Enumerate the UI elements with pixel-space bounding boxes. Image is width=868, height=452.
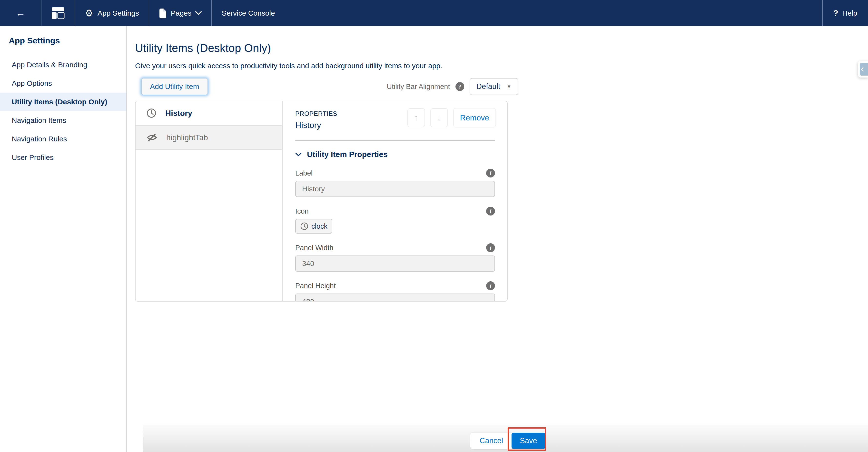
info-icon[interactable]: ? bbox=[456, 82, 464, 91]
back-arrow-icon: ← bbox=[10, 7, 31, 19]
utility-item-label: History bbox=[165, 109, 192, 118]
utility-bar-alignment-group: Utility Bar Alignment ? Default ▼ bbox=[387, 78, 518, 95]
info-icon[interactable]: i bbox=[486, 243, 495, 252]
icon-picker-chip[interactable]: clock bbox=[295, 219, 332, 233]
nav-tab-pages[interactable]: Pages bbox=[149, 0, 212, 26]
add-utility-item-button[interactable]: Add Utility Item bbox=[141, 78, 208, 95]
utility-item-row-highlighttab[interactable]: highlightTab bbox=[135, 126, 282, 150]
section-title: Utility Item Properties bbox=[307, 150, 388, 159]
label-field-row: Label i bbox=[295, 169, 495, 177]
properties-divider bbox=[295, 140, 495, 141]
utility-item-list: History highlightTab bbox=[135, 101, 283, 301]
utility-item-properties-section-toggle[interactable]: Utility Item Properties bbox=[295, 150, 495, 159]
panel-height-label: Panel Height bbox=[295, 282, 336, 290]
properties-panel: PROPERTIES History ↑ ↓ Remove bbox=[283, 101, 507, 301]
alignment-dropdown-value: Default bbox=[476, 82, 500, 91]
sidebar-item-navigation-items[interactable]: Navigation Items bbox=[0, 111, 126, 130]
chevron-down-icon bbox=[295, 153, 302, 157]
chevron-down-icon bbox=[195, 11, 202, 15]
nav-app-settings-label: App Settings bbox=[97, 9, 139, 17]
info-icon[interactable]: i bbox=[486, 207, 495, 216]
cancel-button[interactable]: Cancel bbox=[470, 433, 513, 449]
move-up-button[interactable]: ↑ bbox=[407, 108, 425, 127]
layout-icon bbox=[51, 7, 65, 20]
sidebar-item-utility-items[interactable]: Utility Items (Desktop Only) bbox=[0, 93, 126, 111]
page-subtitle: Give your users quick access to producti… bbox=[135, 62, 442, 70]
eye-slash-icon bbox=[146, 133, 157, 142]
sidebar-item-app-options[interactable]: App Options bbox=[0, 74, 126, 93]
page-title: Utility Items (Desktop Only) bbox=[135, 41, 271, 55]
save-button[interactable]: Save bbox=[512, 433, 546, 449]
icon-field-row: Icon i bbox=[295, 207, 495, 216]
move-down-button[interactable]: ↓ bbox=[430, 108, 448, 127]
back-button[interactable]: ← bbox=[0, 0, 41, 26]
app-builder-screen: ← ⚙ App Settings Pages Service Console bbox=[0, 0, 868, 452]
utility-item-label: highlightTab bbox=[166, 133, 208, 142]
remove-button[interactable]: Remove bbox=[453, 108, 496, 128]
nav-tab-app-settings[interactable]: ⚙ App Settings bbox=[75, 0, 149, 26]
settings-sidebar: App Settings App Details & Branding App … bbox=[0, 26, 127, 452]
sidebar-item-navigation-rules[interactable]: Navigation Rules bbox=[0, 130, 126, 148]
label-input[interactable] bbox=[295, 181, 495, 197]
app-name: Service Console bbox=[212, 0, 284, 26]
sidebar-heading: App Settings bbox=[0, 26, 126, 56]
utility-items-card: History highlightTab PROPERTIES History … bbox=[135, 101, 508, 301]
question-mark-icon: ? bbox=[833, 8, 838, 18]
icon-field-label: Icon bbox=[295, 207, 309, 215]
clock-icon bbox=[146, 108, 157, 118]
arrow-down-icon: ↓ bbox=[437, 112, 441, 123]
label-field-label: Label bbox=[295, 169, 313, 177]
sidebar-item-user-profiles[interactable]: User Profiles bbox=[0, 148, 126, 167]
panel-width-label: Panel Width bbox=[295, 244, 333, 252]
alignment-dropdown[interactable]: Default ▼ bbox=[470, 78, 518, 95]
arrow-up-icon: ↑ bbox=[414, 112, 418, 123]
sidebar-item-app-details-branding[interactable]: App Details & Branding bbox=[0, 56, 126, 74]
chevron-left-icon: ‹ bbox=[860, 63, 868, 75]
collapse-panel-button[interactable]: ‹ bbox=[858, 61, 868, 77]
panel-height-field-row: Panel Height i bbox=[295, 281, 495, 290]
properties-actions: ↑ ↓ Remove bbox=[407, 108, 496, 128]
panel-width-field-row: Panel Width i bbox=[295, 243, 495, 252]
help-label: Help bbox=[842, 9, 857, 17]
page-icon bbox=[159, 8, 167, 18]
info-icon[interactable]: i bbox=[486, 169, 495, 177]
main-content: Utility Items (Desktop Only) Give your u… bbox=[127, 26, 868, 452]
footer-action-bar: Cancel Save bbox=[143, 425, 868, 452]
utility-bar-alignment-label: Utility Bar Alignment bbox=[387, 83, 450, 91]
utility-item-row-history[interactable]: History bbox=[135, 101, 282, 126]
gear-icon: ⚙ bbox=[85, 8, 93, 18]
panel-width-input[interactable] bbox=[295, 256, 495, 271]
info-icon[interactable]: i bbox=[486, 281, 495, 290]
top-navbar: ← ⚙ App Settings Pages Service Console bbox=[0, 0, 868, 26]
caret-down-icon: ▼ bbox=[507, 84, 512, 90]
clock-icon bbox=[300, 222, 308, 230]
nav-pages-label: Pages bbox=[171, 9, 191, 17]
panel-height-input[interactable] bbox=[295, 294, 495, 301]
app-name-label: Service Console bbox=[222, 9, 275, 17]
help-button[interactable]: ? Help bbox=[822, 0, 868, 26]
canvas-button[interactable] bbox=[41, 0, 75, 26]
icon-chip-value: clock bbox=[311, 222, 328, 230]
navbar-right: ? Help bbox=[822, 0, 868, 26]
